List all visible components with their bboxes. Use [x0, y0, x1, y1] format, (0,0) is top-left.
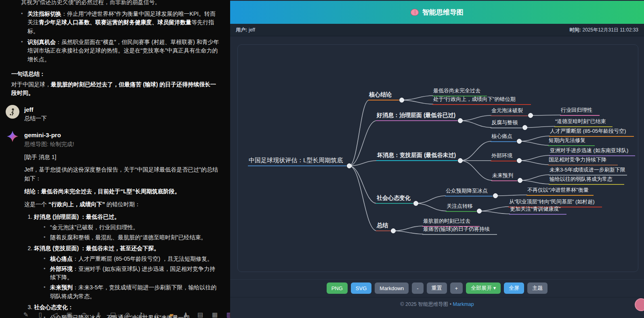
sub-bullet-item: 外部环境：亚洲对手 (如东南亚球队) 进步迅速，国足相对竞争力持续下降。	[44, 265, 220, 282]
collapse-circle-n4c2[interactable]	[477, 209, 482, 213]
mindmap-link	[495, 195, 527, 196]
edit-icon[interactable]: ✎	[22, 310, 29, 318]
mindmap-node-n5c2[interactable]: 最痛苦(输球)的日子仍将持续	[422, 226, 497, 235]
mindmap-link	[393, 231, 423, 234]
time-value: 2025年12月31日 11:02:33	[582, 27, 638, 33]
collapse-circle-n4[interactable]	[414, 201, 418, 206]
toolbar-button-expand-all[interactable]: 全部展开 ▾	[466, 282, 501, 294]
toolbar-button-zoom-in[interactable]: +	[450, 282, 463, 294]
mindmap-node-n4[interactable]: 社会心态变化	[376, 195, 413, 204]
anchor-icon[interactable]: ⚓	[95, 310, 102, 318]
collapse-circle-n3c2[interactable]	[517, 159, 522, 163]
sub-bullet-item: 随着反腐和整顿，最混乱、最肮脏的“道德至暗时刻”已经结束。	[44, 233, 220, 242]
collapse-circle-root[interactable]	[347, 164, 352, 168]
mindmap-node-n2c1c1[interactable]: 行业回归理性	[560, 107, 600, 116]
footer: © 2025 智能思维导图 • Markmap	[230, 297, 644, 308]
mindmap-node-n4c1c1[interactable]: 不再仅以“冲进世界杯”衡量	[527, 186, 594, 196]
bullet-item: 关注指标切换：停止用“冲进世界杯”作为衡量中国足球发展的唯一KPI。转而关注青少…	[21, 10, 220, 36]
collapse-circle-n3c3[interactable]	[518, 178, 522, 183]
previous-message-tail: 其视为“偿还历史欠债”的必然过程，而非新的崩盘信号。 关注指标切换：停止用“冲进…	[0, 0, 230, 98]
collapse-circle-n2[interactable]	[458, 119, 463, 123]
mindmap-link	[349, 121, 377, 166]
mindmap-link	[519, 141, 549, 145]
mindmap-link	[520, 180, 550, 184]
assistant-conclusion: 结论：最低谷尚未完全过去，目前处于“L型”长周期筑底阶段。	[24, 187, 220, 196]
assistant-period: 这是一个 “行政向上，成绩向下” 的错位时期：	[24, 200, 220, 209]
toolbar-button-fullscreen[interactable]: 全屏	[504, 282, 524, 294]
mindmap-node-n1c1[interactable]: 最低谷尚未完全过去	[432, 87, 487, 96]
mindmap-node-n2[interactable]: 好消息：治理层面 (最低谷已过)	[376, 112, 457, 121]
mindmap-node-n4c1[interactable]: 公众预期降至冰点	[445, 187, 493, 197]
collapse-circle-n5[interactable]	[391, 229, 396, 233]
mindmap-link	[519, 161, 549, 165]
save-icon[interactable]: ⬓	[109, 310, 117, 318]
mindmap-node-n3c3[interactable]: 未来预判	[491, 172, 517, 181]
toolbar-button-png-export[interactable]: PNG	[327, 282, 348, 294]
apps-icon[interactable]: ▥	[226, 310, 230, 318]
toolbar-button-zoom-out[interactable]: -	[412, 282, 423, 294]
mindmap-panel: 智能思维导图 用户: jeff 时间: 2025年12月31日 11:02:33…	[230, 0, 644, 318]
toolbar-button-markdown-export[interactable]: Markdown	[375, 282, 409, 294]
mindmap-node-n2c1[interactable]: 金元泡沫破裂	[491, 107, 528, 116]
mindmap-node-n2c2[interactable]: 反腐与整顿	[491, 119, 522, 128]
mindmap-node-n2c2c1[interactable]: “道德至暗时刻”已结束	[554, 118, 613, 127]
mindmap-link	[402, 100, 433, 104]
mindmap-link	[349, 166, 377, 231]
clock-icon[interactable]: ◷	[80, 310, 88, 318]
mindmap-node-n3c1c2[interactable]: 短期内无法修复	[548, 137, 595, 146]
delete-icon[interactable]: ▯	[37, 310, 44, 318]
mindmap-node-n3c3c1[interactable]: 未来3-5年成绩或进一步刷新下限	[549, 166, 627, 176]
grid-icon[interactable]: ▦	[211, 310, 218, 318]
toolbar-button-svg-export[interactable]: SVG	[351, 282, 371, 294]
bullet-list: 关注指标切换：停止用“冲进世界杯”作为衡量中国足球发展的唯一KPI。转而关注青少…	[21, 10, 220, 64]
folder-icon[interactable]: ▰	[168, 310, 175, 318]
mindmap-link	[520, 175, 550, 180]
list-item: 好消息 (治理层面) ：最低谷已过。“金元泡沫”已破裂，行业回归理性。随着反腐和…	[34, 213, 220, 242]
file-icon[interactable]: ▤	[197, 310, 204, 318]
toolbar-button-theme[interactable]: 主题	[527, 282, 548, 294]
mindmap-node-n1c2[interactable]: 处于“行政向上，成绩向下”的错位期	[432, 96, 531, 105]
speaker-icon[interactable]: ◁	[51, 310, 59, 318]
collapse-circle-n2c2[interactable]	[523, 126, 527, 130]
user-icon[interactable]: ♟	[182, 310, 189, 318]
mindmap-node-n3c1[interactable]: 核心痛点	[491, 133, 516, 142]
toolbar-button-reset[interactable]: 重置	[427, 282, 447, 294]
mindmap-canvas[interactable]: 中国足球现状评估：L型长周期筑底核心结论最低谷尚未完全过去处于“行政向上，成绩向…	[237, 44, 638, 272]
image-icon[interactable]: ▣	[66, 310, 73, 318]
assistant-status: 思维导图: 绘制完成!	[24, 140, 220, 149]
mindmap-node-n4c2[interactable]: 关注点转移	[446, 203, 476, 212]
block-icon[interactable]: ⊘	[124, 310, 131, 318]
sub-bullet-item: 核心痛点：人才严重断层 (85-05年龄段亏空) ，且无法短期修复。	[44, 255, 220, 264]
floating-badge[interactable]	[635, 298, 644, 311]
collapse-circle-n4c1[interactable]	[493, 194, 498, 198]
summary-text: 对于中国足球，最肮脏的时刻已经过去了，但最痛苦 (输球) 的日子还得持续很长一段…	[11, 80, 220, 98]
mindmap-node-n5[interactable]: 总结	[376, 222, 390, 231]
home-icon[interactable]: ⌂	[153, 310, 160, 318]
collapse-circle-n3[interactable]	[458, 159, 463, 163]
mindmap-link	[479, 207, 509, 211]
mindmap-node-n3c2c1[interactable]: 亚洲对手进步迅速 (如东南亚球队)	[549, 147, 635, 156]
copyright-text: © 2025 智能思维导图 •	[400, 301, 451, 307]
user-name: jeff	[24, 105, 47, 114]
mindmap-node-n3c3c2[interactable]: 输给以往的弱队将成为常态	[549, 176, 624, 185]
mindmap-link	[349, 161, 377, 166]
collapse-circle-n1[interactable]	[400, 98, 404, 103]
mindmap-node-n3c2[interactable]: 外部环境	[491, 152, 516, 161]
summary-label: 一句话总结：	[11, 70, 220, 79]
markmap-link[interactable]: Markmap	[453, 301, 474, 307]
mindmap-node-n3c2c2[interactable]: 国足相对竞争力持续下降	[548, 156, 618, 165]
user-message: jeff 总结一下	[0, 98, 230, 123]
mindmap-node-n3[interactable]: 坏消息：竞技层面 (最低谷未过)	[376, 152, 457, 161]
refresh-icon[interactable]: ↻	[138, 310, 146, 318]
mindmap-node-n1[interactable]: 核心结论	[368, 91, 399, 100]
assistant-name: gemini-3-pro	[24, 130, 220, 140]
mindmap-node-root[interactable]: 中国足球现状评估：L型长周期筑底	[248, 157, 346, 166]
assistant-tag: [助手 消息 1]	[24, 153, 220, 162]
mindmap-link	[519, 136, 550, 141]
message-toolbar: ✎▯◁▣◷⚓⬓⊘↻⌂▰♟▤▦▥+	[22, 310, 230, 318]
collapse-circle-n2c1[interactable]	[529, 113, 533, 118]
mindmap-node-n4c2c2[interactable]: 更加关注“青训健康度”	[509, 205, 566, 215]
mindmap-node-n3c1c1[interactable]: 人才严重断层 (85-05年龄段亏空)	[549, 128, 634, 137]
mindmap-link	[402, 96, 433, 100]
collapse-circle-n3c1[interactable]	[517, 139, 522, 144]
